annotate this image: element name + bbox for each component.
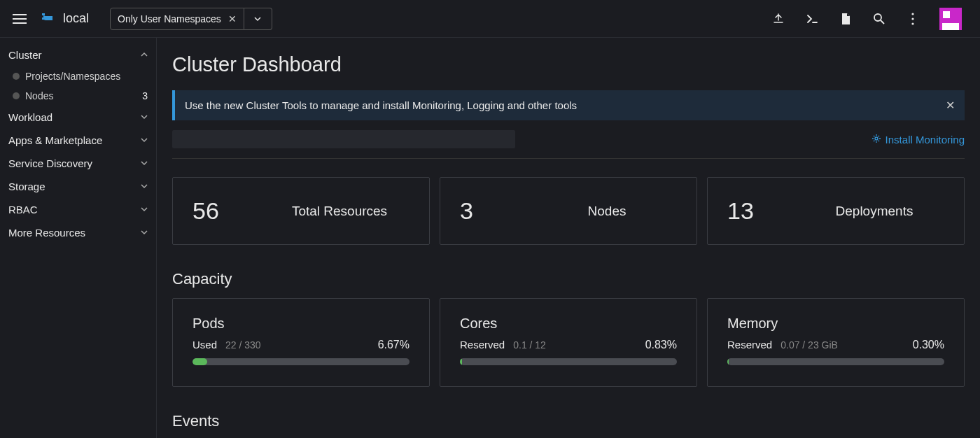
top-header: local Only User Namespaces ✕ [0, 0, 980, 38]
chevron-down-icon [141, 205, 148, 215]
sidebar-label: Apps & Marketplace [8, 134, 102, 146]
sidebar-label: Cluster [8, 49, 42, 61]
capacity-status-label: Reserved [727, 339, 772, 351]
sidebar-item-rbac[interactable]: RBAC [0, 198, 156, 221]
page-title: Cluster Dashboard [172, 53, 965, 76]
stat-card-nodes: 3 Nodes [440, 177, 697, 245]
sidebar-label: Nodes [25, 90, 53, 101]
stat-value: 3 [460, 197, 495, 225]
sidebar-label: Storage [8, 181, 46, 192]
user-avatar[interactable] [939, 8, 962, 30]
capacity-card-pods: Pods Used 22 / 330 6.67% [172, 298, 430, 387]
capacity-card-cores: Cores Reserved 0.1 / 12 0.83% [440, 298, 697, 387]
file-icon[interactable] [839, 12, 853, 26]
capacity-title: Cores [460, 316, 677, 332]
stat-value: 13 [727, 197, 762, 225]
nodes-count-badge: 3 [142, 90, 148, 101]
progress-bar [727, 358, 944, 365]
progress-fill [460, 358, 462, 365]
sidebar-item-projects-namespaces[interactable]: Projects/Namespaces [0, 66, 156, 86]
svg-point-1 [911, 13, 913, 15]
capacity-percent: 0.83% [645, 339, 677, 351]
capacity-title: Memory [727, 316, 944, 332]
capacity-percent: 6.67% [378, 339, 410, 351]
stats-row: 56 Total Resources 3 Nodes 13 Deployment… [172, 177, 965, 245]
namespace-filter-label: Only User Namespaces [118, 13, 221, 24]
chevron-down-icon [141, 136, 148, 146]
stat-card-total-resources: 56 Total Resources [172, 177, 430, 245]
namespace-dropdown-button[interactable] [244, 8, 272, 30]
search-icon[interactable] [872, 12, 886, 26]
main-content: Cluster Dashboard Use the new Cluster To… [157, 38, 980, 438]
sidebar: Cluster Projects/Namespaces Nodes 3 Work… [0, 38, 157, 438]
svg-point-4 [875, 137, 878, 140]
stat-label: Total Resources [270, 204, 410, 219]
chevron-down-icon [141, 182, 148, 192]
sidebar-item-service-discovery[interactable]: Service Discovery [0, 152, 156, 175]
chevron-down-icon [253, 15, 262, 23]
sidebar-label: RBAC [8, 204, 38, 216]
header-actions [771, 8, 962, 30]
sidebar-item-nodes[interactable]: Nodes 3 [0, 86, 156, 106]
logo[interactable]: local [39, 9, 89, 29]
status-dot-icon [13, 73, 20, 80]
stat-value: 56 [192, 197, 227, 225]
namespace-chip: Only User Namespaces ✕ [110, 8, 244, 30]
svg-point-3 [911, 22, 913, 24]
import-icon[interactable] [771, 12, 785, 26]
capacity-heading: Capacity [172, 270, 965, 288]
svg-point-0 [874, 14, 881, 21]
capacity-ratio: 22 / 330 [225, 339, 261, 351]
capacity-percent: 0.30% [913, 339, 944, 351]
progress-fill [192, 358, 207, 365]
sidebar-label: Workload [8, 111, 52, 123]
capacity-ratio: 0.07 / 23 GiB [780, 339, 838, 351]
progress-fill [727, 358, 729, 365]
capacity-status-label: Reserved [460, 339, 505, 351]
stat-card-deployments: 13 Deployments [707, 177, 965, 245]
sidebar-label: More Resources [8, 227, 85, 239]
svg-point-2 [911, 17, 913, 20]
banner-message: Use the new Cluster Tools to manage and … [185, 99, 577, 111]
cluster-name: local [63, 11, 89, 26]
install-monitoring-label: Install Monitoring [886, 134, 965, 146]
capacity-row: Pods Used 22 / 330 6.67% Cores Reserved … [172, 298, 965, 387]
sidebar-item-apps-marketplace[interactable]: Apps & Marketplace [0, 129, 156, 152]
info-banner: Use the new Cluster Tools to manage and … [172, 90, 965, 120]
progress-bar [460, 358, 677, 365]
capacity-ratio: 0.1 / 12 [513, 339, 546, 351]
install-monitoring-link[interactable]: Install Monitoring [872, 134, 965, 146]
namespace-chip-close-icon[interactable]: ✕ [228, 13, 237, 24]
kebab-menu-icon[interactable] [906, 12, 920, 26]
sidebar-item-workload[interactable]: Workload [0, 106, 156, 129]
chevron-down-icon [141, 113, 148, 122]
sidebar-item-cluster[interactable]: Cluster [0, 43, 156, 66]
events-heading: Events [172, 412, 965, 430]
shell-icon[interactable] [805, 12, 819, 26]
loading-skeleton [172, 130, 515, 148]
capacity-title: Pods [192, 316, 410, 332]
hamburger-menu-icon[interactable] [13, 10, 29, 27]
sidebar-label: Projects/Namespaces [25, 71, 120, 82]
stat-label: Deployments [804, 204, 944, 219]
chevron-down-icon [141, 228, 148, 238]
stat-label: Nodes [537, 204, 677, 219]
namespace-selector[interactable]: Only User Namespaces ✕ [110, 8, 272, 30]
rancher-logo-icon [39, 9, 56, 29]
chevron-up-icon [141, 50, 148, 60]
sidebar-item-more-resources[interactable]: More Resources [0, 221, 156, 244]
banner-close-icon[interactable]: ✕ [946, 99, 955, 112]
sidebar-item-storage[interactable]: Storage [0, 175, 156, 198]
chevron-down-icon [141, 159, 148, 169]
sidebar-label: Service Discovery [8, 157, 92, 169]
status-dot-icon [13, 92, 20, 99]
capacity-card-memory: Memory Reserved 0.07 / 23 GiB 0.30% [707, 298, 965, 387]
capacity-status-label: Used [192, 339, 217, 351]
gear-icon [872, 134, 881, 146]
progress-bar [192, 358, 410, 365]
